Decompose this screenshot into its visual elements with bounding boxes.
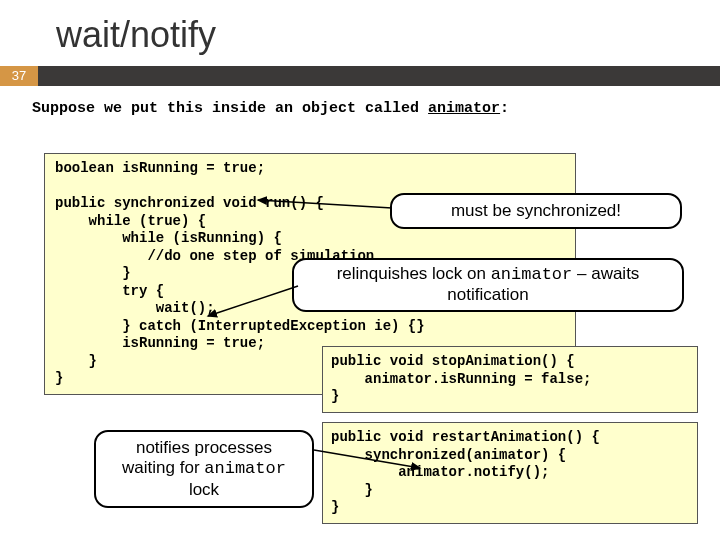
page-number: 37 <box>0 66 38 86</box>
callout-relinq-a: relinquishes lock on <box>337 264 491 283</box>
code-stop: public void stopAnimation() { animator.i… <box>322 346 698 413</box>
header-bar: 37 <box>0 66 720 86</box>
callout-synchronized: must be synchronized! <box>390 193 682 229</box>
header-bar-fill <box>38 66 720 86</box>
callout-notify-b: lock <box>189 480 219 499</box>
intro-text: Suppose we put this inside an object cal… <box>0 86 720 123</box>
code-restart: public void restartAnimation() { synchro… <box>322 422 698 524</box>
callout-notifies: notifies processes waiting for animator … <box>94 430 314 508</box>
callout-relinq-mono: animator <box>491 265 573 284</box>
intro-suffix: : <box>500 100 509 117</box>
callout-relinquishes: relinquishes lock on animator – awaits n… <box>292 258 684 312</box>
intro-prefix: Suppose we put this inside an object cal… <box>32 100 428 117</box>
slide-title: wait/notify <box>0 0 720 66</box>
intro-underlined: animator <box>428 100 500 117</box>
callout-notify-mono: animator <box>204 459 286 478</box>
